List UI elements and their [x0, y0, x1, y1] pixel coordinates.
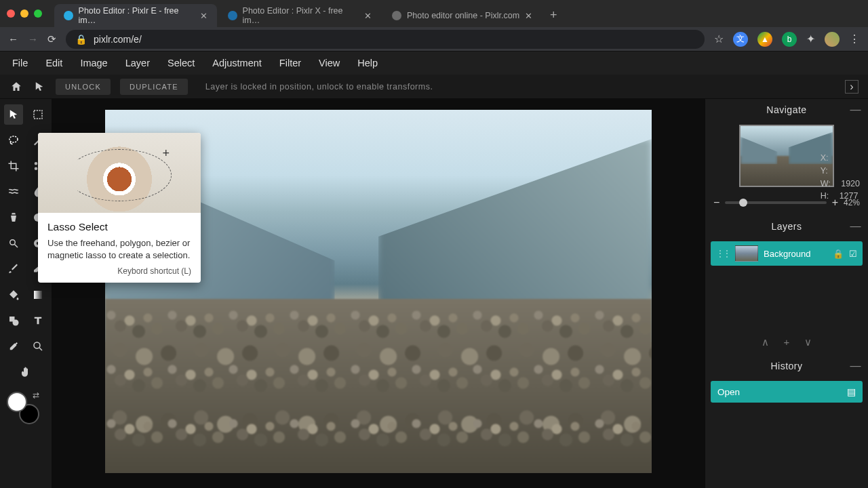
collapse-icon[interactable]: — — [850, 220, 862, 232]
menu-adjustment[interactable]: Adjustment — [212, 58, 262, 68]
clone-tool-icon[interactable] — [4, 207, 23, 228]
maximize-window-icon[interactable] — [34, 9, 42, 18]
svg-point-1 — [9, 136, 18, 142]
tab-title: Photo Editor : Pixlr E - free im… — [79, 6, 195, 25]
forward-icon[interactable]: → — [28, 33, 38, 45]
collapse-icon[interactable]: — — [850, 104, 862, 116]
history-row[interactable]: Open ▤ — [711, 381, 863, 403]
zoom-out-icon[interactable]: − — [713, 197, 719, 209]
collapse-icon[interactable]: — — [850, 360, 862, 372]
favicon-icon — [64, 11, 73, 20]
collapse-panel-icon[interactable]: › — [845, 80, 859, 94]
lock-icon[interactable]: 🔒 — [833, 249, 844, 259]
options-bar: UNLOCK DUPLICATE Layer is locked in posi… — [0, 75, 868, 99]
menu-image[interactable]: Image — [80, 58, 107, 68]
foreground-color-swatch[interactable] — [7, 392, 27, 412]
close-tab-icon[interactable]: ✕ — [200, 11, 208, 21]
shape-tool-icon[interactable] — [4, 310, 23, 331]
duplicate-button[interactable]: DUPLICATE — [120, 79, 188, 95]
menu-edit[interactable]: Edit — [45, 58, 62, 68]
menu-filter[interactable]: Filter — [279, 58, 301, 68]
svg-rect-6 — [34, 291, 42, 299]
history-step-label: Open — [717, 387, 740, 397]
zoom-tool-icon[interactable] — [28, 336, 47, 357]
back-icon[interactable]: ← — [8, 33, 18, 45]
browser-tab-active[interactable]: Photo Editor : Pixlr E - free im… ✕ — [54, 4, 217, 27]
tooltip-preview-image — [38, 133, 201, 213]
close-tab-icon[interactable]: ✕ — [525, 11, 532, 21]
unlock-button[interactable]: UNLOCK — [56, 79, 111, 95]
tab-title: Photo editor online - Pixlr.com — [407, 11, 519, 20]
url-text: pixlr.com/e/ — [94, 34, 142, 45]
hand-tool-icon[interactable] — [16, 362, 36, 382]
close-window-icon[interactable] — [7, 9, 15, 18]
drag-handle-icon[interactable]: ⋮⋮ — [716, 249, 730, 258]
browser-tab[interactable]: Photo editor online - Pixlr.com ✕ — [382, 4, 542, 27]
history-panel-header: History — — [705, 355, 868, 377]
visibility-icon[interactable]: ☑ — [849, 249, 857, 259]
liquify-tool-icon[interactable] — [4, 182, 23, 202]
svg-rect-0 — [34, 110, 42, 119]
navigate-label: Navigate — [766, 104, 806, 115]
menu-dots-icon[interactable]: ⋮ — [849, 33, 860, 45]
brush-tool-icon[interactable] — [4, 259, 23, 279]
extension-icon[interactable]: b — [782, 32, 797, 47]
drive-extension-icon[interactable]: ▲ — [757, 32, 772, 47]
move-tool-icon[interactable] — [4, 104, 23, 125]
lasso-select-icon[interactable] — [4, 130, 23, 150]
nav-w-value: 1920 — [841, 178, 860, 190]
svg-point-3 — [10, 240, 16, 245]
history-label: History — [770, 361, 802, 371]
history-step-icon: ▤ — [847, 386, 856, 397]
move-layer-down-icon[interactable]: ∨ — [804, 336, 812, 348]
layer-row[interactable]: ⋮⋮ Background 🔒 ☑ — [711, 241, 863, 266]
nav-x-label: X: — [821, 152, 829, 165]
nav-h-value: 1277 — [840, 190, 859, 203]
color-swatches[interactable]: ⇄ — [7, 392, 39, 424]
nav-y-label: Y: — [821, 165, 828, 178]
bookmark-star-icon[interactable]: ☆ — [714, 33, 724, 45]
close-tab-icon[interactable]: ✕ — [364, 11, 372, 21]
menu-select[interactable]: Select — [167, 58, 195, 68]
fill-tool-icon[interactable] — [4, 285, 23, 305]
url-field[interactable]: 🔒 pixlr.com/e/ — [66, 30, 705, 49]
move-layer-up-icon[interactable]: ∧ — [762, 336, 769, 348]
layer-actions: ∧ + ∨ — [705, 331, 868, 355]
options-hint-text: Layer is locked in position, unlock to e… — [205, 82, 433, 92]
marquee-select-icon[interactable] — [28, 104, 47, 125]
menu-view[interactable]: View — [319, 58, 340, 68]
extensions-icon[interactable]: ✦ — [806, 33, 815, 45]
layers-label: Layers — [771, 221, 802, 232]
navigate-panel-header: Navigate — — [705, 99, 868, 121]
lock-icon: 🔒 — [75, 34, 87, 45]
swap-colors-icon[interactable]: ⇄ — [33, 390, 39, 400]
menu-file[interactable]: File — [12, 58, 28, 68]
browser-tab-strip: Photo Editor : Pixlr E - free im… ✕ Phot… — [0, 0, 868, 27]
home-icon[interactable] — [9, 80, 23, 94]
translate-extension-icon[interactable]: 文 — [733, 32, 748, 47]
profile-avatar-icon[interactable] — [825, 32, 840, 47]
crop-tool-icon[interactable] — [4, 156, 23, 176]
eyedropper-tool-icon[interactable] — [4, 336, 23, 357]
tab-title: Photo Editor : Pixlr X - free im… — [243, 6, 359, 25]
gradient-tool-icon[interactable] — [28, 285, 47, 305]
tooltip-title: Lasso Select — [47, 221, 191, 233]
favicon-icon — [392, 11, 401, 20]
menu-help[interactable]: Help — [357, 58, 378, 68]
layers-panel-header: Layers — — [705, 216, 868, 237]
zoom-slider[interactable] — [725, 201, 826, 204]
svg-point-9 — [34, 342, 40, 348]
minimize-window-icon[interactable] — [20, 9, 28, 18]
text-tool-icon[interactable] — [28, 310, 47, 331]
tool-tooltip: Lasso Select Use the freehand, polygon, … — [38, 133, 201, 283]
new-tab-button[interactable]: + — [550, 8, 557, 22]
window-controls — [7, 9, 42, 18]
arrow-tool-icon[interactable] — [33, 80, 46, 94]
menu-layer[interactable]: Layer — [125, 58, 150, 68]
dodge-tool-icon[interactable] — [4, 233, 23, 253]
add-layer-icon[interactable]: + — [784, 336, 790, 348]
app-menu-bar: File Edit Image Layer Select Adjustment … — [0, 52, 868, 75]
browser-tab[interactable]: Photo Editor : Pixlr X - free im… ✕ — [218, 4, 381, 27]
layer-thumbnail — [735, 245, 758, 262]
reload-icon[interactable]: ⟳ — [47, 33, 56, 45]
